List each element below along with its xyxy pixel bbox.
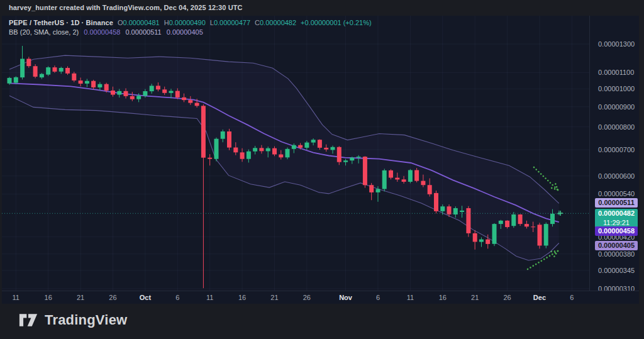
price-tick-label: 0.00000345: [598, 267, 635, 274]
time-tick-label: 21: [77, 294, 84, 301]
bb-upper-value: 0.00000511: [125, 28, 161, 36]
time-tick-month-label: Dec: [533, 294, 546, 301]
price-tick-label: 0.00000800: [598, 123, 635, 131]
price-tick-label: 0.00000380: [598, 250, 635, 258]
time-tick-label: 11: [407, 294, 414, 301]
high-value: 0.00000490: [169, 19, 206, 26]
current-price-badge: 0.0000048211:29:21: [595, 209, 638, 228]
candle: [20, 46, 25, 80]
candle: [479, 237, 484, 247]
candle: [363, 156, 367, 187]
tradingview-logo-text: TradingView: [45, 312, 127, 328]
low-value: 0.00000477: [214, 19, 250, 26]
time-tick-label: 11: [13, 294, 19, 301]
time-tick-label: 16: [439, 294, 447, 301]
time-tick-label: 26: [109, 294, 116, 301]
candle: [466, 206, 470, 237]
chart-legend[interactable]: PEPE / TetherUS · 1D · BinanceO0.0000048…: [9, 18, 372, 37]
open-label: O: [118, 19, 123, 26]
time-axis[interactable]: 11162126Oct611162126Nov611162126Dec6: [2, 291, 639, 304]
candle: [369, 183, 374, 200]
bb-lower-price-badge: 0.00000405: [595, 241, 638, 250]
candle: [492, 223, 497, 246]
candle: [208, 154, 212, 165]
time-tick-month-label: Oct: [140, 294, 151, 301]
price-tick-label: 0.00000900: [598, 103, 635, 111]
price-tick-label: 0.00001300: [598, 40, 635, 48]
price-axis[interactable]: USDT 0.000013000.000011000.000010000.000…: [589, 16, 640, 291]
bb-basis-price-badge: 0.00000458: [595, 226, 638, 236]
change-value: +0.00000001 (+0.21%): [301, 19, 372, 26]
price-chart[interactable]: [2, 16, 589, 291]
symbol-title: PEPE / TetherUS · 1D · Binance: [9, 19, 113, 26]
symbol-legend-row: PEPE / TetherUS · 1D · BinanceO0.0000048…: [9, 18, 372, 28]
candle: [227, 129, 231, 150]
indicator-legend-row[interactable]: BB (20, SMA, close, 2)0.000004580.000005…: [9, 28, 372, 37]
tradingview-logo[interactable]: TradingView: [19, 311, 127, 329]
price-tick-label: 0.00000600: [598, 172, 635, 180]
price-tick-label: 0.00000700: [598, 146, 635, 153]
time-tick-label: 6: [175, 294, 179, 301]
candle: [33, 64, 38, 78]
attribution-strip: harvey_hunter created with TradingView.c…: [0, 0, 644, 16]
time-tick-label: 26: [303, 294, 311, 301]
open-value: 0.00000481: [123, 19, 160, 26]
time-tick-label: 6: [376, 294, 380, 301]
bb-upper-price-badge: 0.00000511: [595, 198, 638, 208]
price-tick-label: 0.00000540: [598, 190, 635, 197]
price-tick-label: 0.00001100: [598, 69, 634, 76]
time-tick-label: 21: [471, 294, 479, 301]
bb-lower-value: 0.00000405: [167, 28, 203, 36]
time-tick-label: 16: [238, 294, 246, 301]
attribution-text: harvey_hunter created with TradingView.c…: [9, 4, 243, 11]
bb-indicator-title: BB (20, SMA, close, 2): [9, 28, 79, 36]
time-tick-label: 26: [503, 294, 511, 301]
candle: [46, 66, 50, 75]
candle: [544, 223, 548, 248]
time-tick-month-label: Nov: [339, 294, 352, 301]
candle: [538, 223, 542, 248]
time-tick-label: 6: [570, 294, 574, 301]
candle: [382, 169, 387, 191]
chart-panel: PEPE / TetherUS · 1D · BinanceO0.0000048…: [2, 16, 639, 304]
bb-basis-value: 0.00000458: [84, 28, 120, 36]
time-tick-label: 21: [270, 294, 278, 301]
tradingview-logo-icon: [19, 311, 38, 329]
candle: [201, 104, 206, 288]
time-tick-label: 16: [45, 294, 52, 301]
candle: [473, 230, 477, 250]
high-label: H: [164, 19, 169, 26]
close-value: 0.00000482: [260, 19, 296, 26]
time-tick-label: 11: [206, 294, 213, 301]
candle: [434, 191, 438, 213]
candle: [408, 169, 413, 184]
close-label: C: [255, 19, 260, 26]
price-tick-label: 0.00001000: [598, 85, 635, 92]
footer-bar: TradingView: [0, 304, 644, 339]
candle: [214, 138, 219, 162]
